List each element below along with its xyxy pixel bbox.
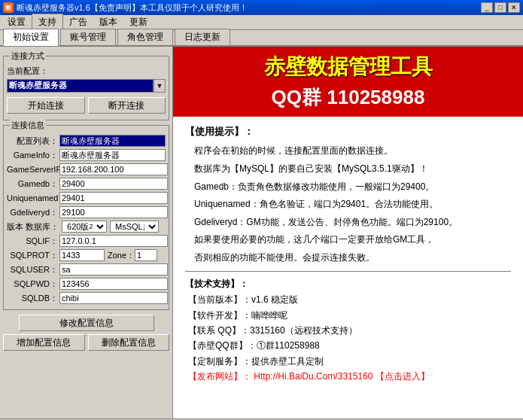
tech-item-1: 【软件开发】：喃哗哗呢 [188, 308, 511, 323]
sqlif-label: SQLIF： [7, 236, 59, 247]
tab-log-update[interactable]: 日志更新 [175, 29, 230, 45]
gameserverip-row: GameServerIP： [7, 163, 166, 175]
release-label: 【发布网站】： [188, 371, 251, 382]
config-select-value[interactable]: 断魂赤壁服务器 [7, 79, 154, 93]
config-select-wrapper: 断魂赤壁服务器 ▼ [7, 79, 166, 93]
release-url-link[interactable]: Http://Hi.BaiDu.Com/3315160 [254, 371, 372, 382]
sqlpwd-row: SQLPWD： [7, 278, 166, 290]
sqluser-label: SQLUSER： [7, 264, 59, 275]
gameserverip-input[interactable] [59, 163, 168, 175]
connection-info-fields: 配置列表： 断魂赤壁服务器 GameInfo： 断魂赤壁服务器 GameServ… [7, 135, 166, 304]
config-select-arrow[interactable]: ▼ [154, 79, 166, 93]
usage-line-1: 数据库为【MySQL】的要自己安装【MySQL3.5.1驱动】！ [185, 161, 511, 178]
current-config-label: 当前配置： [7, 65, 48, 77]
usage-line-2: Gamedb：负责角色数据修改功能使用，一般端口为29400。 [185, 179, 511, 196]
tab-initial-settings[interactable]: 初始设置 [3, 29, 59, 46]
bottom-btn-row: 增加配置信息 删除配置信息 [3, 334, 169, 351]
title-bar-left: 断 断魂赤壁服务器v1.6【免责声明】本工具仅限于个人研究使用！ [3, 2, 248, 14]
tech-item-3: 【赤壁QQ群】：①群110258988 [188, 338, 511, 353]
connection-info-group: 连接信息 配置列表： 断魂赤壁服务器 GameInfo： 断魂赤壁服务器 Gam… [3, 125, 169, 310]
connection-type-label: 连接方式 [10, 50, 46, 62]
sqlpwd-input[interactable] [59, 278, 168, 290]
delete-config-button[interactable]: 删除配置信息 [88, 334, 170, 351]
gamedb-row: Gamedb： [7, 178, 166, 190]
tech-item-0: 【当前版本】：v1.6 稳定版 [188, 292, 511, 307]
gameinfo-row: GameInfo： 断魂赤壁服务器 [7, 149, 166, 161]
tech-title: 【技术支持】： [185, 278, 248, 289]
gdeliveryd-label: Gdeliveryd： [7, 207, 59, 218]
zone-label: Zone： [108, 250, 135, 261]
maximize-button[interactable]: □ [494, 2, 506, 13]
release-site: 【发布网站】： Http://Hi.BaiDu.Com/3315160 【点击进… [188, 369, 511, 384]
disconnect-button[interactable]: 断开连接 [88, 97, 166, 114]
release-suffix: 【点击进入】 [376, 371, 430, 382]
sqldb-input[interactable] [59, 292, 168, 304]
gamedb-input[interactable] [59, 178, 168, 190]
config-list-row: 配置列表： 断魂赤壁服务器 [7, 135, 166, 147]
right-panel: 赤壁数据管理工具 QQ群 110258988 【使用提示】： 程序会在初始的时候… [173, 47, 523, 418]
right-title: 赤壁数据管理工具 [264, 53, 433, 81]
tech-support: 【技术支持】： 【当前版本】：v1.6 稳定版 【软件开发】：喃哗哗呢 【联系 … [185, 276, 511, 385]
sqlprot-label: SQLPROT： [7, 250, 59, 261]
sqlprot-row: SQLPROT： Zone： [7, 249, 166, 261]
gameinfo-value: 断魂赤壁服务器 [59, 149, 166, 161]
menu-bar: 设置 支持 广告 版本 更新 [0, 15, 523, 30]
version-row: 版本 数据库： 620版本 MsSQL库 [7, 221, 166, 233]
usage-title: 【使用提示】： [185, 123, 511, 140]
usage-line-5: 如果要使用必要的功能，这几个端口一定要开放给GM工具， [185, 232, 511, 248]
gdeliveryd-input[interactable] [59, 206, 168, 218]
current-config-row: 当前配置： [7, 65, 166, 77]
modify-config-button[interactable]: 修改配置信息 [19, 315, 154, 331]
config-list-label: 配置列表： [7, 135, 59, 147]
usage-line-3: Uniquenamed：角色名验证，端口为29401。合法功能使用。 [185, 196, 511, 213]
right-header: 赤壁数据管理工具 QQ群 110258988 [173, 47, 523, 117]
tab-bar: 初始设置 账号管理 角色管理 日志更新 [0, 30, 523, 47]
menu-version[interactable]: 版本 [93, 14, 123, 30]
sqluser-input[interactable] [59, 263, 168, 275]
sqlif-row: SQLIF： [7, 235, 166, 247]
menu-update[interactable]: 更新 [123, 14, 154, 30]
sqluser-row: SQLUSER： [7, 263, 166, 275]
menu-settings[interactable]: 设置 [2, 14, 32, 30]
main-content: 连接方式 当前配置： 断魂赤壁服务器 ▼ 开始连接 断开连接 连接信息 配置列表… [0, 47, 523, 418]
zone-input[interactable] [135, 249, 157, 261]
uniquenamed-label: Uniquenamed： [7, 193, 59, 204]
gamedb-label: Gamedb： [7, 178, 59, 190]
connection-buttons: 开始连接 断开连接 [7, 97, 166, 114]
version-label: 版本 数据库： [7, 221, 60, 233]
uniquenamed-input[interactable] [59, 192, 168, 204]
menu-ad[interactable]: 广告 [63, 14, 93, 30]
sqlif-input[interactable] [59, 235, 168, 247]
right-body: 【使用提示】： 程序会在初始的时候，连接配置里面的数据连接。 数据库为【MySQ… [173, 117, 523, 418]
gameinfo-label: GameInfo： [7, 150, 59, 161]
sqldb-label: SQLDB： [7, 293, 59, 304]
modify-btn-row: 修改配置信息 [3, 315, 169, 331]
db-select[interactable]: MsSQL库 [110, 221, 159, 233]
connect-button[interactable]: 开始连接 [7, 97, 85, 114]
divider [185, 271, 511, 272]
config-select-row: 断魂赤壁服务器 ▼ [7, 79, 166, 93]
tech-item-4: 【定制服务】：提供赤壁工具定制 [188, 354, 511, 369]
add-config-button[interactable]: 增加配置信息 [3, 334, 85, 351]
app-icon: 断 [3, 2, 14, 13]
connection-info-label: 连接信息 [10, 120, 46, 131]
tech-item-2: 【联系 QQ】：3315160（远程技术支持） [188, 323, 511, 338]
gameserverip-label: GameServerIP： [7, 164, 59, 175]
left-panel: 连接方式 当前配置： 断魂赤壁服务器 ▼ 开始连接 断开连接 连接信息 配置列表… [0, 47, 173, 418]
usage-line-4: Gdeliveryd：GM功能，发送公告、封停角色功能。端口为29100。 [185, 215, 511, 231]
window-title: 断魂赤壁服务器v1.6【免责声明】本工具仅限于个人研究使用！ [17, 2, 248, 14]
gdeliveryd-row: Gdeliveryd： [7, 206, 166, 218]
version-select[interactable]: 620版本 [62, 221, 107, 233]
minimize-button[interactable]: _ [481, 2, 493, 13]
uniquenamed-row: Uniquenamed： [7, 192, 166, 204]
close-button[interactable]: ✕ [508, 2, 520, 13]
tab-account-mgmt[interactable]: 账号管理 [60, 29, 116, 45]
sqldb-row: SQLDB： [7, 292, 166, 304]
connection-type-group: 连接方式 当前配置： 断魂赤壁服务器 ▼ 开始连接 断开连接 [3, 56, 169, 120]
title-controls: _ □ ✕ [481, 2, 520, 13]
sqlprot-input[interactable] [59, 249, 105, 261]
usage-line-0: 程序会在初始的时候，连接配置里面的数据连接。 [185, 143, 511, 160]
sqlpwd-label: SQLPWD： [7, 278, 59, 290]
config-list-value: 断魂赤壁服务器 [59, 135, 166, 147]
tab-role-mgmt[interactable]: 角色管理 [117, 29, 173, 45]
